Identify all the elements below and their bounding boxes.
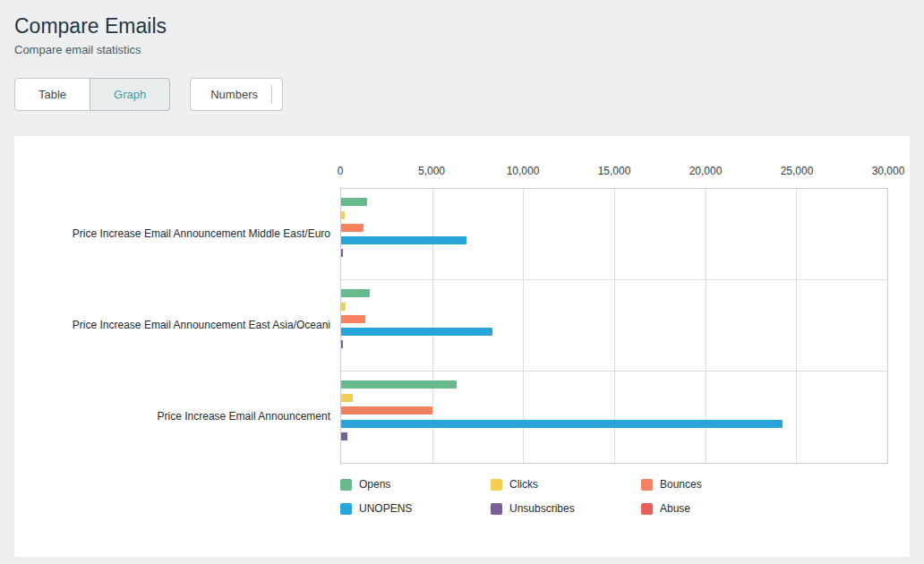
x-tick-label: 30,000 bbox=[872, 165, 905, 177]
bar-opens[interactable] bbox=[341, 289, 370, 297]
bar-unsubscribes[interactable] bbox=[341, 340, 343, 348]
chart-legend: OpensClicksBouncesUNOPENSUnsubscribesAbu… bbox=[340, 478, 888, 515]
legend-label: UNOPENS bbox=[359, 502, 412, 515]
bar-unsubscribes[interactable] bbox=[341, 249, 343, 257]
chart-body: Price Increase Email Announcement Middle… bbox=[36, 188, 888, 464]
legend-swatch bbox=[641, 503, 653, 515]
axis-spacer bbox=[36, 165, 340, 188]
legend-label: Opens bbox=[359, 478, 390, 491]
bar-clicks[interactable] bbox=[341, 211, 345, 219]
legend-item-unopens[interactable]: UNOPENS bbox=[340, 502, 491, 515]
page-header: Compare Emails Compare email statistics bbox=[0, 0, 924, 56]
view-toolbar: Table Graph Numbers bbox=[14, 78, 910, 111]
x-tick-label: 20,000 bbox=[689, 165, 723, 177]
bar-unopens[interactable] bbox=[341, 420, 783, 428]
bar-unopens[interactable] bbox=[341, 328, 492, 336]
bar-clicks[interactable] bbox=[341, 303, 346, 311]
category-label: Price Increase Email Announcement East A… bbox=[36, 279, 340, 371]
category-labels: Price Increase Email Announcement Middle… bbox=[36, 188, 340, 464]
view-switcher: Table Graph bbox=[14, 78, 170, 111]
compare-emails-chart: 05,00010,00015,00020,00025,00030,000 Pri… bbox=[36, 165, 888, 464]
x-tick-label: 25,000 bbox=[781, 165, 814, 177]
numbers-button-label: Numbers bbox=[210, 89, 258, 100]
legend-label: Abuse bbox=[660, 502, 690, 515]
legend-swatch bbox=[641, 479, 653, 491]
page-title: Compare Emails bbox=[14, 14, 910, 38]
legend-item-abuse[interactable]: Abuse bbox=[641, 502, 791, 515]
x-tick-label: 10,000 bbox=[507, 165, 540, 177]
category-label: Price Increase Email Announcement bbox=[36, 371, 340, 462]
x-tick-label: 15,000 bbox=[598, 165, 631, 177]
bar-opens[interactable] bbox=[341, 198, 367, 206]
legend-swatch bbox=[491, 503, 502, 515]
bar-opens[interactable] bbox=[341, 380, 457, 389]
bar-bounces[interactable] bbox=[341, 224, 364, 232]
legend-item-clicks[interactable]: Clicks bbox=[491, 478, 641, 491]
legend-swatch bbox=[340, 479, 352, 491]
x-tick-label: 0 bbox=[338, 165, 344, 177]
legend-item-bounces[interactable]: Bounces bbox=[641, 478, 791, 491]
bar-bounces[interactable] bbox=[341, 315, 365, 323]
legend-label: Bounces bbox=[660, 478, 702, 491]
bar-group bbox=[341, 280, 887, 372]
legend-item-opens[interactable]: Opens bbox=[340, 478, 491, 491]
bar-group bbox=[341, 372, 887, 463]
numbers-button-divider bbox=[271, 85, 272, 104]
bar-unopens[interactable] bbox=[341, 236, 466, 244]
numbers-button[interactable]: Numbers bbox=[190, 78, 283, 111]
tab-graph[interactable]: Graph bbox=[90, 78, 170, 111]
x-tick-label: 5,000 bbox=[418, 165, 445, 177]
bar-bounces[interactable] bbox=[341, 406, 432, 414]
plot-area bbox=[340, 188, 888, 464]
tab-table[interactable]: Table bbox=[14, 78, 90, 111]
bar-unsubscribes[interactable] bbox=[341, 432, 347, 440]
legend-item-unsubscribes[interactable]: Unsubscribes bbox=[491, 502, 641, 515]
category-label: Price Increase Email Announcement Middle… bbox=[36, 188, 340, 279]
legend-swatch bbox=[491, 479, 502, 491]
legend-label: Clicks bbox=[509, 478, 538, 491]
page-subtitle: Compare email statistics bbox=[14, 43, 910, 56]
chart-panel: 05,00010,00015,00020,00025,00030,000 Pri… bbox=[14, 136, 910, 557]
legend-label: Unsubscribes bbox=[509, 502, 575, 515]
bar-group bbox=[341, 189, 887, 280]
bar-clicks[interactable] bbox=[341, 394, 353, 402]
legend-swatch bbox=[340, 503, 352, 515]
x-axis-ticks: 05,00010,00015,00020,00025,00030,000 bbox=[340, 165, 888, 181]
x-axis: 05,00010,00015,00020,00025,00030,000 bbox=[36, 165, 888, 188]
